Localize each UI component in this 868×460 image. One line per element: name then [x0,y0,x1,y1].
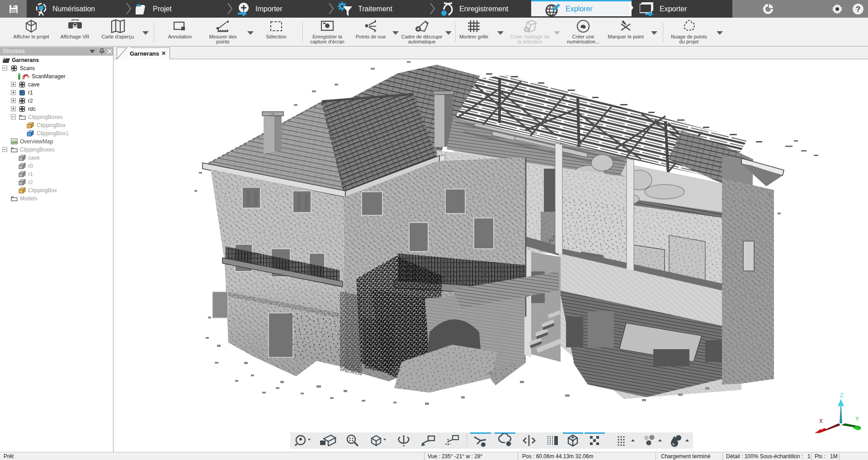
svg-text:Y: Y [855,416,859,422]
svg-text:X: X [819,418,823,425]
svg-text:?: ? [856,5,860,14]
svg-text:Z: Z [840,392,844,399]
